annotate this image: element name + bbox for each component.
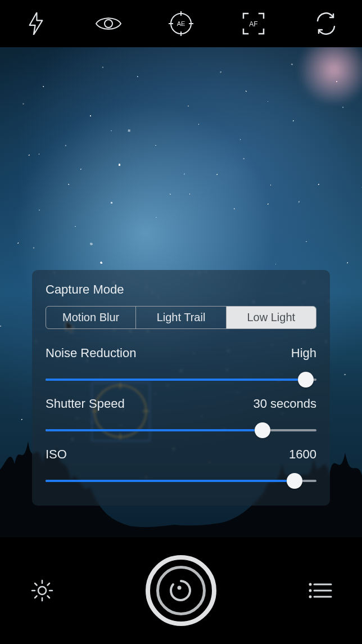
capture-settings-panel: Capture Mode Motion Blur Light Trail Low…	[32, 270, 330, 506]
svg-point-14	[309, 589, 312, 592]
row-shutter-speed: Shutter Speed 30 seconds	[46, 397, 316, 437]
svg-point-13	[309, 583, 312, 586]
iso-label: ISO	[46, 447, 67, 462]
iso-value: 1600	[289, 447, 316, 462]
af-frame-icon[interactable]: AF	[240, 10, 267, 37]
svg-point-15	[309, 596, 312, 598]
lens-flare-decoration	[295, 47, 362, 103]
flash-icon[interactable]	[22, 10, 49, 37]
iso-slider[interactable]	[46, 474, 316, 488]
noise-reduction-value: High	[291, 346, 316, 361]
svg-point-11	[38, 587, 46, 595]
segment-low-light[interactable]: Low Light	[227, 307, 316, 328]
capture-mode-segmented: Motion Blur Light Trail Low Light	[46, 306, 316, 329]
segment-light-trail[interactable]: Light Trail	[136, 307, 226, 328]
ae-label: AE	[177, 20, 185, 27]
shutter-speed-label: Shutter Speed	[46, 397, 125, 411]
svg-point-12	[178, 586, 182, 590]
top-toolbar: AE AF	[0, 0, 362, 47]
swap-camera-icon[interactable]	[313, 10, 340, 37]
timer-shutter-icon	[168, 578, 194, 604]
shutter-speed-value: 30 seconds	[253, 397, 316, 411]
shutter-speed-slider[interactable]	[46, 424, 316, 437]
gear-icon[interactable]	[28, 577, 56, 605]
noise-reduction-label: Noise Reduction	[46, 346, 136, 361]
row-noise-reduction: Noise Reduction High	[46, 346, 316, 386]
eye-icon[interactable]	[95, 10, 122, 37]
segment-motion-blur[interactable]: Motion Blur	[46, 307, 136, 328]
row-iso: ISO 1600	[46, 447, 316, 488]
panel-title: Capture Mode	[46, 282, 316, 297]
af-label: AF	[249, 20, 257, 28]
list-icon[interactable]	[306, 577, 334, 605]
shutter-button[interactable]	[146, 555, 216, 626]
bottom-toolbar	[0, 537, 362, 644]
noise-reduction-slider[interactable]	[46, 373, 316, 386]
svg-point-0	[105, 20, 112, 28]
ae-reticle-icon[interactable]: AE	[168, 10, 194, 37]
